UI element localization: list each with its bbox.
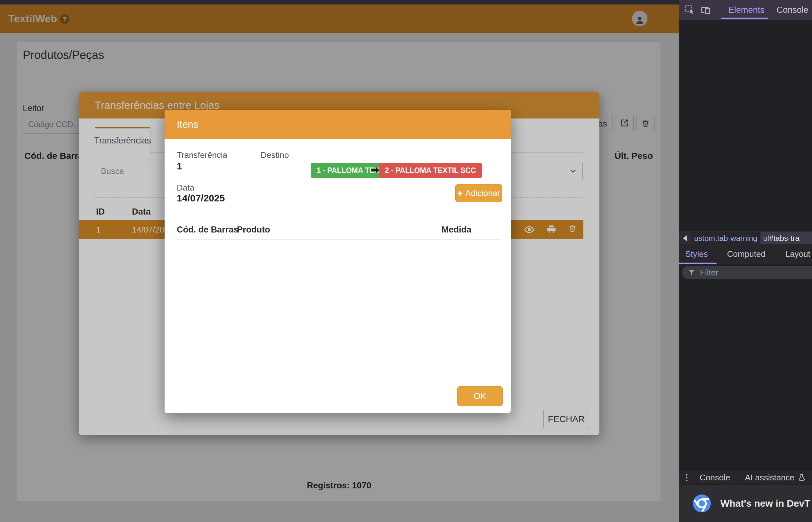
- css-rules[interactable]: [679, 283, 812, 471]
- dom-tree-guide-line: [787, 154, 787, 212]
- transferencia-label: Transferência: [177, 150, 227, 160]
- ai-label: AI assistance: [745, 473, 794, 483]
- devtools-drawer: Console AI assistance: [679, 471, 812, 484]
- itens-footer-divider: [177, 370, 502, 370]
- whatsnew-text: What's new in DevT: [720, 498, 810, 509]
- tab-layout[interactable]: Layout: [786, 249, 810, 259]
- itens-col-medida: Medida: [389, 225, 471, 235]
- adicionar-button[interactable]: + Adicionar: [455, 184, 502, 202]
- tab-console[interactable]: Console: [777, 5, 809, 15]
- device-icon: [700, 4, 711, 15]
- adicionar-label: Adicionar: [466, 188, 500, 198]
- screen: TextilWeb? Produtos/Peças Leitor etas Có…: [0, 0, 812, 522]
- itens-modal: Itens Transferência 1 Destino 1 - PALLOM…: [165, 110, 511, 413]
- devtools-topbar: Elements Console: [679, 0, 812, 20]
- dom-breadcrumb: ustom.tab-warning ul#tabs-tra: [679, 232, 812, 244]
- styles-active-underline: [679, 263, 716, 264]
- data-label: Data: [177, 183, 194, 193]
- tab-styles[interactable]: Styles: [685, 249, 708, 259]
- destino-label: Destino: [261, 150, 289, 160]
- devtools-panel: Elements Console ustom.tab-warning ul#ta…: [679, 0, 812, 522]
- crumb-id: #tabs-tra: [769, 234, 799, 243]
- breadcrumb-item[interactable]: ustom.tab-warning: [691, 232, 760, 244]
- active-tab-underline: [721, 18, 768, 19]
- breadcrumb-item-active[interactable]: ul#tabs-tra: [760, 232, 812, 244]
- inspect-icon: [684, 4, 695, 15]
- styles-filter-input[interactable]: Filter: [682, 266, 812, 279]
- ok-button[interactable]: OK: [457, 386, 503, 406]
- itens-modal-header: Itens: [165, 110, 511, 139]
- topbar-separator: [716, 4, 716, 15]
- drawer-tab-ai[interactable]: AI assistance: [745, 473, 806, 483]
- filter-placeholder: Filter: [700, 268, 718, 278]
- itens-col-produto: Produto: [237, 225, 270, 235]
- arrow-right-icon: [369, 165, 380, 176]
- plus-icon: +: [457, 188, 463, 199]
- kebab-menu-icon[interactable]: [686, 474, 687, 481]
- crumb-tag: ul: [763, 234, 769, 243]
- itens-col-barcode: Cód. de Barras: [177, 225, 238, 235]
- destino-badge: 2 - PALLOMA TEXTIL SCC: [379, 163, 482, 178]
- data-value: 14/07/2025: [177, 193, 225, 204]
- tab-computed[interactable]: Computed: [727, 249, 766, 259]
- breadcrumb-back-button[interactable]: [679, 232, 691, 244]
- transferencia-value: 1: [177, 161, 182, 172]
- tab-elements[interactable]: Elements: [728, 5, 765, 15]
- itens-modal-title: Itens: [177, 119, 198, 130]
- left-triangle-icon: [683, 235, 687, 241]
- itens-header-divider: [177, 239, 502, 240]
- dom-tree[interactable]: [679, 20, 812, 232]
- styles-tabbar: Styles Computed Layout: [679, 244, 812, 264]
- filter-icon: [688, 269, 695, 276]
- whatsnew-banner[interactable]: What's new in DevT: [679, 485, 812, 522]
- drawer-tab-console[interactable]: Console: [699, 473, 730, 483]
- chrome-icon: [692, 493, 712, 514]
- flask-icon: [797, 473, 806, 482]
